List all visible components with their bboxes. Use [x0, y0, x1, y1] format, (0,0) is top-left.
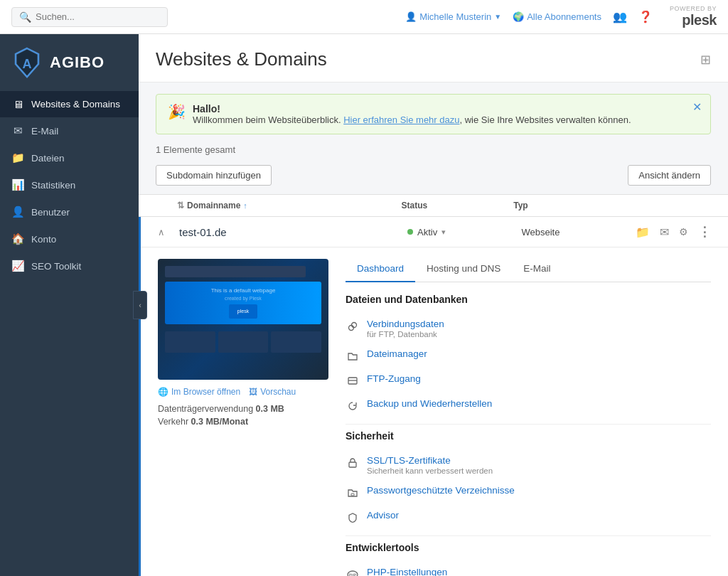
item-dateimanager[interactable]: Dateimanager — [346, 343, 711, 368]
logo: A AGIBO — [0, 34, 139, 91]
sidebar-label-email: E-Mail — [31, 126, 58, 137]
search-icon: 🔍 — [19, 11, 31, 23]
alert-text-after: , wie Sie Ihre Websites verwalten können… — [459, 114, 631, 125]
monitor-icon: 🖥 — [11, 98, 24, 110]
alert-close-button[interactable]: ✕ — [692, 102, 702, 113]
passwort-label: Passwortgeschützte Verzeichnisse — [367, 485, 711, 496]
browser-link-label: Im Browser öffnen — [171, 387, 240, 397]
table-header: ⇅ Domainname ↑ Status Typ — [139, 194, 728, 217]
alert-content: Hallo! Willkommen beim Websiteüberblick.… — [193, 103, 699, 125]
domain-row: ∧ test-01.de Aktiv ▾ Webseite 📁 ✉ ⚙ ⋮ — [141, 217, 728, 247]
shield-icon — [346, 511, 360, 525]
subscription-label: Alle Abonnements — [527, 11, 601, 22]
email-icon: ✉ — [11, 124, 24, 137]
domain-section: ∧ test-01.de Aktiv ▾ Webseite 📁 ✉ ⚙ ⋮ — [139, 217, 728, 576]
disk-value: 0.3 MB — [256, 404, 284, 414]
detail-panel: Dashboard Hosting und DNS E-Mail Dateien… — [346, 259, 711, 576]
item-ssl[interactable]: SSL/TLS-Zertifikate Sicherheit kann verb… — [346, 450, 711, 480]
sidebar-item-seo[interactable]: 📈 SEO Toolkit — [0, 252, 139, 279]
sidebar-label-account: Konto — [31, 234, 56, 245]
files-icon: 📁 — [11, 151, 24, 164]
domain-name[interactable]: test-01.de — [179, 226, 407, 238]
folder-icon — [346, 349, 360, 363]
sidebar-collapse-button[interactable]: ‹ — [133, 291, 147, 319]
sidebar-item-email[interactable]: ✉ E-Mail — [0, 117, 139, 144]
status-dropdown-icon[interactable]: ▾ — [441, 228, 446, 237]
sidebar-label-users: Benutzer — [31, 207, 70, 218]
user-icon: 👤 — [405, 11, 417, 22]
item-ftp[interactable]: FTP-Zugang — [346, 368, 711, 393]
domain-collapse-icon[interactable]: ∧ — [158, 227, 179, 238]
plesk-powered-text: POWERED BY — [670, 5, 717, 12]
item-backup[interactable]: Backup und Wiederherstellen — [346, 393, 711, 418]
settings-action-icon[interactable]: ⚙ — [679, 226, 688, 238]
disk-label: Datenträgerverwendung — [158, 404, 256, 414]
item-passwort[interactable]: Passwortgeschützte Verzeichnisse — [346, 480, 711, 505]
sidebar-item-stats[interactable]: 📊 Statistiken — [0, 171, 139, 198]
plesk-brand-text: plesk — [682, 12, 717, 28]
verbindungsdaten-content: Verbindungsdaten für FTP, Datenbank — [367, 319, 711, 338]
browser-icon: 🌐 — [158, 387, 168, 397]
section-title-files: Dateien und Datenbanken — [346, 294, 711, 305]
sort-icon: ↑ — [243, 201, 247, 210]
item-advisor[interactable]: Advisor — [346, 505, 711, 530]
sidebar-item-websites[interactable]: 🖥 Websites & Domains — [0, 91, 139, 117]
search-box[interactable]: 🔍 — [11, 7, 168, 27]
traffic-value: 0.3 MB/Monat — [191, 417, 249, 427]
user-menu[interactable]: 👤 Michelle Musterin ▼ — [405, 11, 501, 22]
layout-icon[interactable]: ⊞ — [700, 52, 711, 68]
sidebar-item-users[interactable]: 👤 Benutzer — [0, 198, 139, 225]
tab-hosting-dns[interactable]: Hosting und DNS — [415, 259, 512, 282]
verbindungsdaten-label: Verbindungsdaten — [367, 319, 711, 329]
section-files-db: Dateien und Datenbanken Verbindungsdaten… — [346, 294, 711, 418]
users-nav-icon: 👤 — [11, 206, 24, 218]
help-icon[interactable]: ❓ — [638, 10, 653, 23]
domain-type: Webseite — [522, 227, 636, 238]
globe-icon: 🌍 — [513, 11, 524, 22]
sidebar-item-files[interactable]: 📁 Dateien — [0, 144, 139, 171]
file-manager-action-icon[interactable]: 📁 — [636, 225, 650, 239]
alert-text-before: Willkommen beim Websiteüberblick. — [193, 114, 343, 125]
col-domain-header[interactable]: ⇅ Domainname ↑ — [177, 201, 402, 210]
sidebar-label-seo: SEO Toolkit — [31, 261, 81, 272]
mail-action-icon[interactable]: ✉ — [660, 225, 669, 239]
more-action-icon[interactable]: ⋮ — [698, 224, 711, 240]
preview-icon: 🖼 — [249, 387, 257, 397]
domain-actions: 📁 ✉ ⚙ ⋮ — [636, 224, 711, 240]
tab-email[interactable]: E-Mail — [512, 259, 562, 282]
change-view-button[interactable]: Ansicht ändern — [628, 165, 711, 186]
preview-link[interactable]: 🖼 Vorschau — [249, 387, 296, 397]
status-indicator — [407, 229, 413, 235]
type-col-label: Typ — [513, 201, 528, 210]
item-php[interactable]: PHP PHP-Einstellungen Version 8.0.24 — [346, 562, 711, 576]
php-icon: PHP — [346, 567, 360, 576]
backup-content: Backup und Wiederherstellen — [367, 398, 711, 409]
passwort-content: Passwortgeschützte Verzeichnisse — [367, 485, 711, 496]
logo-icon: A — [11, 47, 43, 78]
verbindungsdaten-sub: für FTP, Datenbank — [367, 330, 711, 338]
website-preview: This is a default webpage created by Ple… — [158, 259, 328, 380]
open-in-browser-link[interactable]: 🌐 Im Browser öffnen — [158, 387, 240, 397]
dateimanager-content: Dateimanager — [367, 348, 711, 359]
status-label: Aktiv — [417, 227, 437, 238]
search-input[interactable] — [36, 11, 149, 22]
page-title: Websites & Domains — [156, 48, 327, 70]
ssl-label: SSL/TLS-Zertifikate — [367, 455, 711, 466]
sidebar-item-account[interactable]: 🏠 Konto — [0, 225, 139, 252]
expand-all-icon: ⇅ — [177, 201, 184, 210]
ftp-label: FTP-Zugang — [367, 373, 711, 384]
users-icon[interactable]: 👥 — [613, 10, 627, 23]
preview-stats: Datenträgerverwendung 0.3 MB Verkehr 0.3… — [158, 404, 328, 427]
account-icon: 🏠 — [11, 233, 24, 245]
subscription-selector[interactable]: 🌍 Alle Abonnements — [513, 11, 601, 22]
tab-dashboard[interactable]: Dashboard — [346, 259, 415, 282]
alert-link[interactable]: Hier erfahren Sie mehr dazu — [343, 114, 459, 125]
ftp-content: FTP-Zugang — [367, 373, 711, 384]
item-verbindungsdaten[interactable]: Verbindungsdaten für FTP, Datenbank — [346, 314, 711, 343]
preview-link-label: Vorschau — [260, 387, 296, 397]
section-security: Sicherheit SSL/TLS-Zertifikate Sicherhei… — [346, 430, 711, 530]
sidebar-label-stats: Statistiken — [31, 180, 75, 191]
sidebar-label-files: Dateien — [31, 153, 65, 164]
alert-banner: 🎉 Hallo! Willkommen beim Websiteüberblic… — [156, 94, 711, 134]
add-subdomain-button[interactable]: Subdomain hinzufügen — [156, 165, 272, 186]
